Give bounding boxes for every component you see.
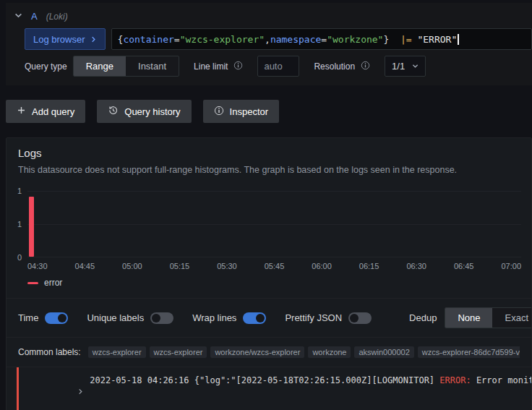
query-token: { [118,34,124,45]
datasource-hint: (Loki) [46,12,68,22]
logs-controls: Time Unique labels Wrap lines Prettify J… [7,298,531,337]
log-error-token: ERROR: [439,375,471,385]
label-badge[interactable]: akswin000002 [354,346,413,358]
query-ref-id: A [31,11,38,22]
query-history-label: Query history [124,106,180,117]
query-token-label: container [123,34,173,45]
dedup-options-group: None Exact [445,307,532,328]
prettify-json-label: Prettify JSON [285,312,342,323]
add-query-label: Add query [32,106,74,117]
dedup-label: Dedup [409,312,437,323]
gridline [27,224,521,225]
label-badge[interactable]: wzcs-explorer-86dc7d599-vmj [418,346,520,358]
resolution-select[interactable]: 1/1 [385,56,426,77]
common-labels-row: Common labels: wzcs-explorer wzcs-explor… [7,337,531,367]
x-axis-tick: 05:00 [122,262,142,270]
add-query-button[interactable]: Add query [6,100,85,123]
prettify-json-control: Prettify JSON [285,312,372,324]
query-token-operator: |= [400,34,412,45]
legend-dash [27,282,38,284]
x-axis-tick: 05:45 [265,262,285,270]
resolution-value: 1/1 [392,61,405,72]
info-icon[interactable] [233,61,243,72]
query-token: = [321,34,327,45]
x-axis-tick: 06:45 [454,262,474,270]
y-axis-tick: 0 [11,253,22,262]
x-axis: 04:30 04:45 05:00 05:15 05:30 05:45 06:0… [27,262,521,270]
unique-labels-toggle[interactable] [150,312,173,324]
inspector-label: Inspector [230,106,268,117]
chevron-down-icon [412,61,419,72]
log-body-suffix: Error monitoring log [471,375,531,385]
query-token-string: "wzcs-explorer" [180,34,265,45]
wrap-lines-control: Wrap lines [192,312,266,324]
query-row-header: A (Loki) [13,7,532,28]
text-cursor [458,34,459,45]
line-limit-input[interactable]: auto [257,56,299,77]
loki-query-input[interactable]: {container="wzcs-explorer",namespace="wo… [111,28,532,50]
dedup-control: Dedup None Exact [409,307,531,328]
dedup-none-button[interactable]: None [445,308,492,328]
time-toggle[interactable] [45,312,68,324]
log-row[interactable]: 2022-05-18 04:26:16 {"log":"[2022-05-18T… [7,367,531,410]
gridline [27,257,521,257]
label-badge[interactable]: wzcs-explorer [150,346,207,358]
label-badge[interactable]: workzone/wzcs-explorer [210,346,304,358]
logs-histogram: 1 1 0 [11,185,524,257]
gridline [27,191,521,192]
wrap-lines-toggle[interactable] [243,312,266,324]
x-axis-tick: 06:00 [312,262,332,270]
x-axis-tick: 04:30 [27,262,48,270]
label-badge[interactable]: workzone [308,346,351,358]
log-body-prefix: {"log":"[2022-05-18T02:26:15.000Z][LOGMO… [189,375,440,385]
inspector-button[interactable]: Inspector [203,100,279,123]
query-type-label: Query type [25,61,67,72]
query-type-toggle: Range Instant [73,56,179,77]
query-type-instant-button[interactable]: Instant [126,56,179,76]
explore-page: A (Loki) Log browser {container="wzcs-ex… [0,3,532,410]
line-limit-label: Line limit [194,61,228,72]
wrap-lines-label: Wrap lines [192,312,236,323]
log-browser-button[interactable]: Log browser [25,28,106,50]
time-control: Time [18,312,68,324]
x-axis-tick: 05:15 [170,262,190,270]
x-axis-tick: 04:45 [75,262,95,270]
history-icon [108,105,119,118]
query-editor-section: A (Loki) Log browser {container="wzcs-ex… [6,3,532,85]
explore-toolbar: Add query Query history Inspector [6,100,532,123]
chevron-down-icon[interactable] [14,11,22,22]
query-history-button[interactable]: Query history [97,100,191,123]
y-axis-tick: 1 [11,187,22,195]
query-token: = [174,34,180,45]
y-axis-tick: 1 [11,220,22,229]
log-content: 2022-05-18 04:26:16 {"log":"[2022-05-18T… [19,367,531,410]
unique-labels-label: Unique labels [87,312,144,323]
resolution-label: Resolution [314,61,355,72]
chart-legend[interactable]: error [27,278,520,288]
info-icon[interactable] [361,61,370,72]
chart-bar [29,197,34,257]
query-token-string: "workzone" [327,34,383,45]
query-token: , [265,34,270,45]
logs-panel: Logs This datasource does not support fu… [6,137,532,410]
chevron-right-icon [90,34,97,45]
plus-icon [17,106,26,117]
query-input-row: Log browser {container="wzcs-explorer",n… [25,28,532,50]
dedup-exact-button[interactable]: Exact [492,308,532,328]
log-timestamp: 2022-05-18 04:26:16 [90,375,189,385]
info-circle-icon [214,106,224,118]
query-options-row: Query type Range Instant Line limit auto… [25,56,532,77]
time-label: Time [18,312,38,323]
query-token: "ERROR" [412,34,458,45]
query-type-range-button[interactable]: Range [74,56,126,76]
label-badge[interactable]: wzcs-explorer [88,346,146,358]
prettify-json-toggle[interactable] [348,312,372,324]
expand-log-icon[interactable] [25,377,84,407]
x-axis-tick: 05:30 [217,262,237,270]
legend-series-label: error [44,278,62,288]
histogram-notice: This datasource does not support full-ra… [7,161,531,179]
panel-title: Logs [7,138,531,161]
common-labels-badges: wzcs-explorer wzcs-explorer workzone/wzc… [88,346,520,358]
unique-labels-control: Unique labels [87,312,173,324]
common-labels-label: Common labels: [18,347,81,357]
